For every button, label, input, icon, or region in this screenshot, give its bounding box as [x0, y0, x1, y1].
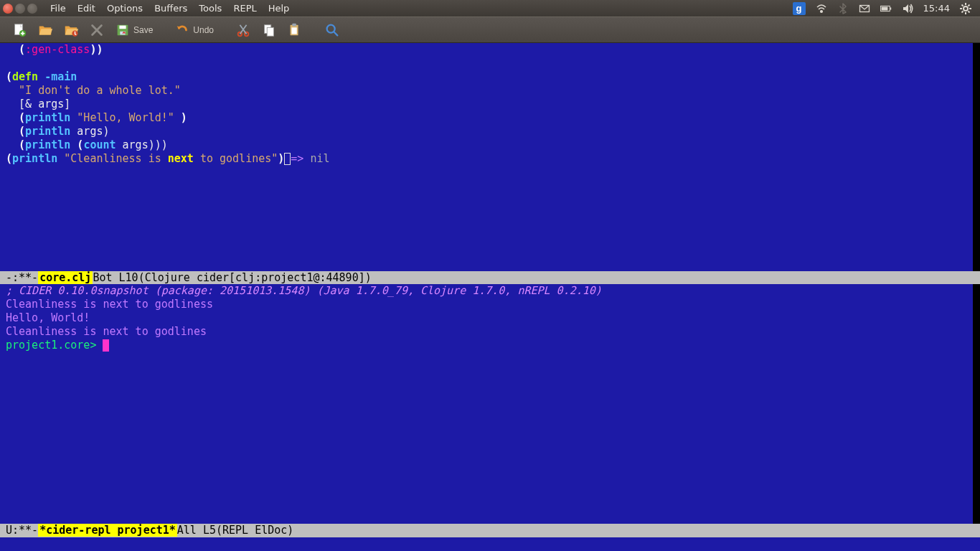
- maximize-icon[interactable]: [27, 4, 37, 14]
- repl-pane[interactable]: ; CIDER 0.10.0snapshot (package: 2015101…: [0, 284, 980, 524]
- modeline-mode: (REPL ElDoc): [216, 524, 293, 537]
- window-controls: [3, 4, 37, 14]
- undo-button-label: Undo: [193, 25, 214, 35]
- goldendict-icon[interactable]: g: [793, 2, 806, 15]
- search-button[interactable]: [320, 20, 344, 40]
- save-button[interactable]: Save: [110, 20, 157, 40]
- editor-cursor: [284, 153, 291, 165]
- svg-rect-3: [890, 7, 891, 9]
- new-file-button[interactable]: [7, 20, 32, 40]
- menu-file[interactable]: File: [44, 3, 72, 14]
- open-file-button[interactable]: [33, 20, 57, 40]
- modeline-position: All L5: [177, 524, 216, 537]
- repl-prompt-line: project1.core>: [6, 339, 967, 352]
- modeline-prefix: -:**-: [6, 271, 38, 284]
- modeline-mode: (Clojure cider[clj:project1@:44890]): [138, 271, 372, 284]
- cut-button[interactable]: [231, 20, 255, 40]
- menu-tools[interactable]: Tools: [193, 3, 227, 14]
- svg-rect-18: [119, 25, 126, 29]
- system-tray: g 15:44: [793, 2, 977, 15]
- close-button[interactable]: [85, 20, 109, 40]
- editor-pane[interactable]: (:gen-class)) (defn -main "I don't do a …: [0, 43, 980, 271]
- bluetooth-icon[interactable]: [837, 3, 849, 14]
- menu-help[interactable]: Help: [263, 3, 296, 14]
- copy-button[interactable]: [257, 20, 281, 40]
- code-line: (defn -main: [6, 70, 967, 84]
- gear-icon[interactable]: [960, 3, 971, 14]
- repl-output-line: Cleanliness is next to godlines: [6, 325, 967, 339]
- code-line: (println "Cleanliness is next to godline…: [6, 152, 967, 166]
- modeline-repl[interactable]: U:**- *cider-repl project1* All L5 (REPL…: [0, 524, 980, 537]
- modeline-prefix: U:**-: [6, 524, 38, 537]
- minibuffer[interactable]: [0, 537, 980, 552]
- code-line: (println (count args))): [6, 138, 967, 152]
- repl-prompt: project1.core>: [6, 339, 103, 352]
- menu-buffers[interactable]: Buffers: [149, 3, 193, 14]
- wifi-icon[interactable]: [816, 3, 827, 14]
- clock[interactable]: 15:44: [923, 3, 950, 14]
- modeline-position: Bot L10: [93, 271, 138, 284]
- code-line: "I don't do a whole lot.": [6, 84, 967, 98]
- svg-rect-26: [291, 27, 296, 34]
- svg-line-12: [962, 11, 963, 12]
- svg-rect-4: [881, 6, 887, 10]
- code-line: (println "Hello, World!" ): [6, 111, 967, 125]
- modeline-buffer-name: core.clj: [38, 271, 93, 284]
- code-line: [& args]: [6, 98, 967, 111]
- close-icon[interactable]: [3, 4, 13, 14]
- save-dir-button[interactable]: [59, 20, 83, 40]
- code-line: (:gen-class)): [6, 43, 967, 57]
- svg-line-10: [962, 4, 963, 6]
- volume-icon[interactable]: [902, 3, 913, 14]
- battery-icon[interactable]: [880, 3, 892, 14]
- svg-line-11: [969, 11, 970, 12]
- modeline-editor[interactable]: -:**- core.clj Bot L10 (Clojure cider[cl…: [0, 271, 980, 285]
- svg-rect-23: [267, 27, 273, 36]
- code-line: [6, 57, 967, 70]
- repl-banner: ; CIDER 0.10.0snapshot (package: 2015101…: [6, 284, 967, 298]
- menu-edit[interactable]: Edit: [72, 3, 101, 14]
- minimize-icon[interactable]: [15, 4, 25, 14]
- code-line: (println args): [6, 125, 967, 138]
- emacs-toolbar: Save Undo: [0, 17, 980, 42]
- svg-point-5: [963, 6, 968, 11]
- os-menubar: File Edit Options Buffers Tools REPL Hel…: [0, 0, 980, 17]
- undo-button[interactable]: Undo: [170, 20, 218, 40]
- save-button-label: Save: [133, 25, 153, 35]
- repl-output-line: Cleanliness is next to godliness: [6, 298, 967, 311]
- paste-button[interactable]: [283, 20, 307, 40]
- svg-point-0: [820, 10, 822, 12]
- mail-icon[interactable]: [859, 3, 870, 14]
- svg-line-13: [969, 4, 970, 6]
- menu-options[interactable]: Options: [101, 3, 149, 14]
- menu-repl[interactable]: REPL: [227, 3, 262, 14]
- repl-cursor: [103, 339, 109, 352]
- modeline-buffer-name: *cider-repl project1*: [38, 524, 177, 537]
- svg-rect-25: [292, 23, 296, 26]
- repl-output-line: Hello, World!: [6, 311, 967, 325]
